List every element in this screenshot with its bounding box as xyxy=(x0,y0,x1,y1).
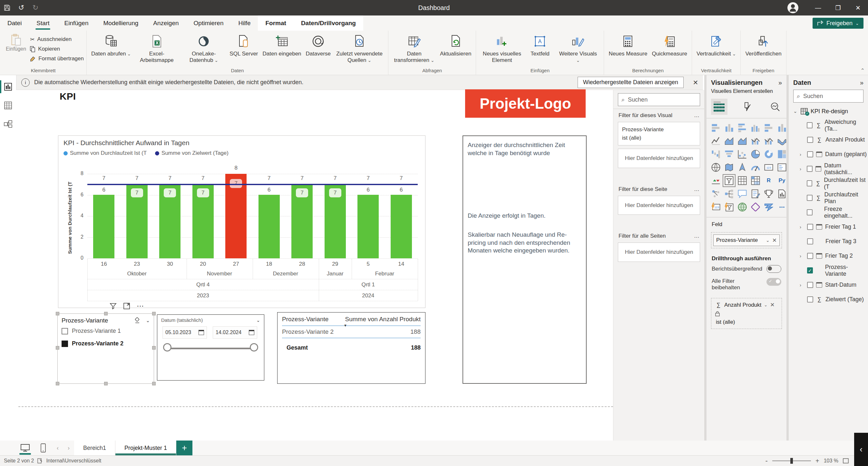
legend-item-ist[interactable]: Summe von Durchlaufzeit Ist (T xyxy=(63,150,147,156)
more-options-icon[interactable]: … xyxy=(694,233,700,239)
resize-handle[interactable] xyxy=(56,312,59,315)
recent-sources-button[interactable]: Zuletzt verwendete Quellen xyxy=(333,33,385,64)
resize-handle[interactable] xyxy=(56,346,59,350)
sql-server-button[interactable]: SQL Server xyxy=(227,33,260,58)
more-options-icon[interactable]: ⋯ xyxy=(137,302,145,310)
end-date-input[interactable]: 14.02.2024 xyxy=(213,326,257,339)
field-row[interactable]: ∑Zielwert (Tage) xyxy=(789,292,868,307)
start-date-input[interactable]: 05.10.2023 xyxy=(162,326,207,339)
new-slicer-icon[interactable] xyxy=(723,202,735,212)
share-button[interactable]: Freigeben⌄ xyxy=(812,18,864,29)
100-stacked-bar-icon[interactable] xyxy=(763,122,774,133)
new-visual-button[interactable]: Neues visuelles Element xyxy=(478,33,525,64)
kpi-icon[interactable] xyxy=(710,175,721,186)
field-row[interactable]: Freier Tag 3 xyxy=(789,234,868,249)
zoom-slider[interactable] xyxy=(772,461,811,461)
stacked-area-icon[interactable] xyxy=(737,136,748,146)
column-header[interactable]: Prozess-Variante xyxy=(282,316,329,323)
100-stacked-column-icon[interactable] xyxy=(776,122,787,133)
minimize-button[interactable]: — xyxy=(808,0,828,16)
field-checkbox[interactable] xyxy=(807,122,812,128)
remove-field-icon[interactable]: ✕ xyxy=(772,237,777,244)
multi-row-card-icon[interactable] xyxy=(776,162,787,173)
field-checkbox[interactable] xyxy=(807,253,813,259)
field-row[interactable]: ∑Durchlaufzeit Ist (T xyxy=(789,176,868,191)
data-search-input[interactable]: ⌕Suchen xyxy=(793,90,864,103)
filter-search-input[interactable]: ⌕Suchen xyxy=(618,93,700,106)
field-checkbox[interactable]: ✓ xyxy=(807,267,813,273)
field-pill-prozess-variante[interactable]: Prozess-Variante ⌄ ✕ xyxy=(713,234,780,246)
zoom-in-icon[interactable]: + xyxy=(815,457,819,465)
gauge-icon[interactable] xyxy=(750,162,761,173)
power-automate-icon[interactable] xyxy=(763,202,774,212)
remove-field-icon[interactable]: ✕ xyxy=(770,301,775,308)
table-node-kpi-redesign[interactable]: ⌄ ✓ KPI Re-design xyxy=(789,105,868,118)
refresh-button[interactable]: Aktualisieren xyxy=(438,33,473,58)
q-and-a-icon[interactable] xyxy=(737,188,748,199)
map-icon[interactable] xyxy=(710,162,721,173)
field-row[interactable]: ✓Prozess-Variante xyxy=(789,263,868,278)
field-row[interactable]: ›Start-Datum xyxy=(789,278,868,292)
field-checkbox[interactable] xyxy=(807,282,813,288)
range-end-handle[interactable] xyxy=(250,343,258,351)
more-options-icon[interactable]: … xyxy=(694,112,700,119)
stacked-bar-icon[interactable] xyxy=(710,122,721,133)
build-visual-tab[interactable] xyxy=(711,99,727,115)
publish-button[interactable]: Veröffentlichen xyxy=(743,33,783,58)
slicer-item[interactable]: Prozess-Variante 2 xyxy=(58,337,154,350)
calendar-icon[interactable] xyxy=(198,330,204,335)
model-view-button[interactable] xyxy=(0,116,16,133)
column-chart-visual[interactable]: KPI - Durchschnittlicher Aufwand in Tage… xyxy=(58,136,426,308)
expand-node-icon[interactable]: › xyxy=(800,282,804,288)
notification-close-icon[interactable]: ✕ xyxy=(688,79,703,86)
new-card-icon[interactable]: 123 xyxy=(710,202,721,212)
area-icon[interactable] xyxy=(723,136,735,146)
expand-node-icon[interactable]: › xyxy=(800,166,804,172)
field-well[interactable]: Prozess-Variante ⌄ ✕ xyxy=(711,232,782,248)
expand-node-icon[interactable]: › xyxy=(800,224,804,230)
slicer-item[interactable]: Prozess-Variante 1 xyxy=(58,325,154,337)
field-checkbox[interactable] xyxy=(807,180,812,186)
field-row[interactable]: ∑Abweichung (Ta... xyxy=(789,118,868,133)
slicer-prozess-variante[interactable]: Prozess-Variante ⌄ Prozess-Variante 1Pro… xyxy=(57,314,154,384)
tab-start[interactable]: Start xyxy=(29,16,57,31)
table-icon[interactable] xyxy=(737,175,748,186)
decomposition-tree-icon[interactable] xyxy=(723,188,735,199)
collapse-pane-icon[interactable]: » xyxy=(860,79,864,86)
goals-icon[interactable] xyxy=(763,188,774,199)
textbox-visual[interactable]: Anzeiger der durchschnittlichen Zeit wel… xyxy=(463,136,587,384)
format-painter-button[interactable]: Format übertragen xyxy=(30,54,84,63)
slicer-datum[interactable]: Datum (tatsächlich) ⌄ 05.10.2023 14.02.2… xyxy=(157,314,264,381)
add-data-fields-dropzone[interactable]: Hier Datenfelder hinzufügen xyxy=(618,242,700,262)
page-tab-bereich1[interactable]: Bereich1 xyxy=(74,440,115,455)
add-data-fields-dropzone[interactable]: Hier Datenfelder hinzufügen xyxy=(618,149,700,168)
get-data-button[interactable]: Daten abrufen xyxy=(89,33,133,58)
filled-map-icon[interactable] xyxy=(723,162,735,173)
smart-narrative-icon[interactable] xyxy=(750,188,761,199)
mobile-layout-button[interactable] xyxy=(34,440,52,455)
field-row[interactable]: Freeze eingehalt... xyxy=(789,205,868,220)
date-range-track[interactable] xyxy=(167,348,254,349)
paginated-report-icon[interactable] xyxy=(776,188,787,199)
power-apps-icon[interactable] xyxy=(750,202,761,212)
slicer-icon[interactable] xyxy=(723,175,735,186)
restore-button[interactable]: ❐ xyxy=(828,0,848,16)
clustered-column-icon[interactable] xyxy=(750,122,761,133)
new-measure-button[interactable]: Neues Measure xyxy=(607,33,649,58)
show-recovered-files-button[interactable]: Wiederhergestellte Dateien anzeigen xyxy=(578,77,684,88)
previous-page-arrow[interactable]: ‹ xyxy=(52,440,63,455)
chevron-down-icon[interactable]: ⌄ xyxy=(764,302,768,307)
tab-einfuegen[interactable]: Einfügen xyxy=(57,16,96,31)
field-row[interactable]: ∑Anzahl Produkt xyxy=(789,133,868,147)
desktop-layout-button[interactable] xyxy=(16,440,34,455)
resize-handle[interactable] xyxy=(104,312,107,315)
chevron-down-icon[interactable]: ⌄ xyxy=(766,238,770,243)
line-clustered-column-icon[interactable] xyxy=(750,136,761,146)
more-visuals-button[interactable]: Weitere Visuals xyxy=(555,33,601,64)
field-row[interactable]: ›Freier Tag 1 xyxy=(789,220,868,234)
chevron-down-icon[interactable]: ⌄ xyxy=(256,318,260,323)
field-checkbox[interactable] xyxy=(807,166,812,172)
tab-modellierung[interactable]: Modellierung xyxy=(96,16,146,31)
collapse-node-icon[interactable]: ⌄ xyxy=(793,108,798,114)
next-page-arrow[interactable]: › xyxy=(63,440,74,455)
